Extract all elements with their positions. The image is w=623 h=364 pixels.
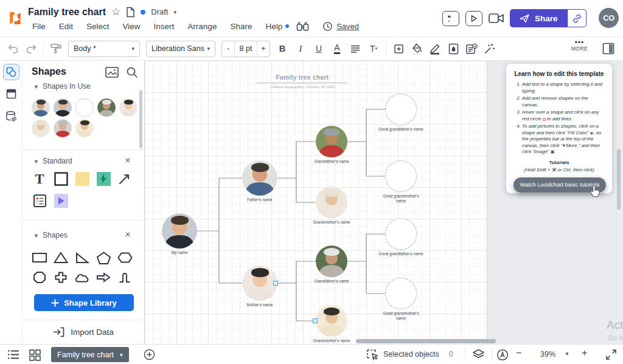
- in-use-photo-shape[interactable]: [75, 119, 94, 137]
- import-data-button[interactable]: Import Data: [23, 327, 144, 337]
- tree-node-ggm1[interactable]: [385, 160, 417, 192]
- in-use-photo-shape[interactable]: [32, 98, 50, 117]
- text-style-select[interactable]: Body *▾: [68, 41, 140, 57]
- find-shapes-icon[interactable]: [296, 21, 309, 32]
- shape-note-tool[interactable]: [31, 192, 48, 209]
- theme-button[interactable]: [444, 40, 462, 57]
- tree-node-gf2[interactable]: [316, 246, 347, 277]
- section-shapes-in-use[interactable]: ▼ Shapes In Use: [23, 82, 144, 93]
- rail-frames-tab[interactable]: [3, 86, 19, 102]
- in-use-photo-shape[interactable]: [97, 98, 116, 117]
- shape-library-button[interactable]: Shape Library: [34, 294, 134, 311]
- tree-node-gm2[interactable]: [316, 305, 347, 337]
- fill-color-button[interactable]: [408, 40, 426, 57]
- copy-link-button[interactable]: [568, 9, 586, 27]
- line-color-button[interactable]: [426, 40, 444, 57]
- collapse-caret-icon[interactable]: ▼: [33, 84, 39, 90]
- in-use-photo-shape[interactable]: [54, 98, 72, 117]
- text-align-button[interactable]: [346, 40, 364, 57]
- user-avatar[interactable]: CO: [599, 8, 619, 28]
- format-painter-icon[interactable]: [47, 40, 65, 57]
- rail-shapes-tab[interactable]: [3, 64, 19, 80]
- image-library-icon[interactable]: [105, 67, 119, 78]
- tree-node-father[interactable]: [242, 160, 277, 196]
- shape-right-triangle[interactable]: [74, 249, 91, 266]
- comments-button[interactable]: ❞: [442, 11, 459, 26]
- selected-objects-icon[interactable]: [366, 349, 379, 361]
- tree-node-mother[interactable]: [242, 266, 277, 301]
- font-size-increase[interactable]: +: [257, 41, 270, 57]
- shape-pentagon[interactable]: [95, 249, 112, 266]
- lucidchart-logo[interactable]: [6, 9, 24, 27]
- rail-data-tab[interactable]: [3, 108, 19, 124]
- in-use-photo-shape[interactable]: [32, 119, 50, 137]
- in-use-photo-shape[interactable]: [119, 98, 137, 117]
- tree-node-ggf1[interactable]: [385, 94, 417, 125]
- tree-node-ggf2[interactable]: [385, 218, 417, 250]
- canvas-horizontal-scrollbar[interactable]: [356, 339, 496, 343]
- watch-tutorials-button[interactable]: Watch Lucidchart basic tutorials: [513, 177, 606, 193]
- canvas-area[interactable]: Family tree chart Chidera Onyeogubor | O…: [145, 61, 623, 344]
- close-standard-icon[interactable]: ✕: [125, 156, 131, 165]
- page-tab[interactable]: Family tree chart ▾: [51, 347, 129, 362]
- draft-caret-icon[interactable]: ▾: [173, 9, 176, 15]
- tree-node-me[interactable]: [162, 213, 197, 249]
- section-standard[interactable]: ▼ Standard ✕: [23, 157, 144, 168]
- redo-button[interactable]: [22, 40, 40, 57]
- zoom-caret-icon[interactable]: ▼: [565, 351, 569, 357]
- layers-button[interactable]: [472, 349, 485, 360]
- search-shapes-icon[interactable]: [126, 66, 138, 78]
- magic-wand-button[interactable]: [481, 40, 499, 57]
- play-tutorial-button[interactable]: [465, 11, 482, 26]
- shape-demo-play-tool[interactable]: [52, 192, 69, 209]
- line-endpoint-handle[interactable]: [313, 318, 318, 323]
- menu-edit[interactable]: Edit: [52, 22, 80, 31]
- shape-lightning-tool[interactable]: [95, 170, 112, 187]
- video-call-icon[interactable]: [489, 12, 504, 24]
- tree-node-gm1[interactable]: [316, 187, 347, 218]
- shape-block-arrow[interactable]: [95, 269, 112, 286]
- section-shapes[interactable]: ▼ Shapes ✕: [23, 231, 144, 242]
- add-page-button[interactable]: [144, 349, 155, 360]
- underline-button[interactable]: U: [310, 40, 328, 57]
- menu-file[interactable]: File: [26, 22, 52, 31]
- shape-sticky-note-tool[interactable]: [74, 170, 91, 187]
- shape-rectangle[interactable]: [31, 249, 48, 266]
- fullscreen-button[interactable]: [605, 349, 617, 360]
- canvas-settings-icon[interactable]: [389, 40, 408, 57]
- menu-help[interactable]: Help: [259, 22, 289, 31]
- in-use-photo-shape[interactable]: [54, 119, 72, 137]
- tree-node-gf1[interactable]: [316, 126, 347, 157]
- font-family-select[interactable]: Liberation Sans▾: [146, 41, 215, 57]
- menu-share[interactable]: Share: [223, 22, 259, 31]
- share-button[interactable]: Share: [510, 9, 568, 27]
- line-endpoint-handle[interactable]: [273, 281, 278, 286]
- tree-node-ggm2[interactable]: [385, 278, 417, 309]
- shape-arrow-tool[interactable]: [116, 170, 133, 187]
- right-panel-toggle[interactable]: [602, 43, 614, 55]
- menu-insert[interactable]: Insert: [147, 22, 181, 31]
- in-use-empty-shape[interactable]: [75, 98, 94, 117]
- shape-cloud[interactable]: [74, 269, 91, 286]
- text-options-button[interactable]: T▾: [364, 40, 383, 57]
- panel-scrollbar[interactable]: [139, 90, 142, 148]
- zoom-in-button[interactable]: +: [582, 348, 587, 359]
- accessibility-button[interactable]: [496, 349, 509, 361]
- shape-data-button[interactable]: [462, 40, 481, 57]
- menu-view[interactable]: View: [116, 22, 147, 31]
- menu-arrange[interactable]: Arrange: [181, 22, 223, 31]
- draft-status-label[interactable]: Draft: [151, 7, 168, 16]
- shape-hexagon[interactable]: [116, 249, 133, 266]
- text-color-button[interactable]: A: [328, 40, 346, 57]
- saved-status[interactable]: Saved: [322, 21, 359, 32]
- undo-button[interactable]: [4, 40, 22, 57]
- zoom-level[interactable]: 39%: [540, 350, 555, 359]
- shape-text-tool[interactable]: T: [31, 170, 48, 187]
- close-shapes-icon[interactable]: ✕: [125, 230, 131, 239]
- shape-rectangle-tool[interactable]: [52, 170, 69, 187]
- font-size-decrease[interactable]: -: [222, 41, 235, 57]
- italic-button[interactable]: I: [291, 40, 310, 57]
- bold-button[interactable]: B: [273, 40, 291, 57]
- font-size-value[interactable]: 8 pt: [235, 41, 257, 57]
- document-icon[interactable]: [126, 7, 135, 18]
